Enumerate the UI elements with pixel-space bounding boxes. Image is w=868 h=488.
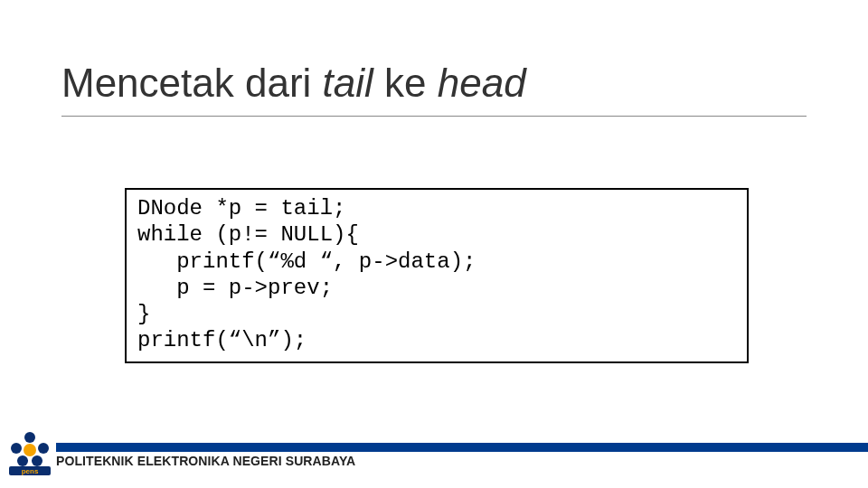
code-line-3: printf(“%d “, p->data); <box>137 249 476 274</box>
code-line-2: while (p!= NULL){ <box>137 222 359 247</box>
pens-logo-icon: pens <box>4 425 56 477</box>
title-italic-tail: tail <box>323 61 373 105</box>
svg-point-0 <box>24 432 35 443</box>
title-text-mid: ke <box>373 61 438 105</box>
svg-point-1 <box>11 443 22 454</box>
title-italic-head: head <box>438 61 526 105</box>
code-line-5: } <box>137 302 150 326</box>
title-text-pre: Mencetak dari <box>61 61 323 105</box>
code-line-1: DNode *p = tail; <box>137 196 345 221</box>
slide-title-block: Mencetak dari tail ke head <box>61 61 807 117</box>
svg-point-4 <box>32 455 42 466</box>
footer-institution: POLITEKNIK ELEKTRONIKA NEGERI SURABAYA <box>56 454 355 468</box>
svg-text:pens: pens <box>22 467 39 475</box>
code-line-4: p = p->prev; <box>137 276 333 300</box>
svg-point-3 <box>17 455 28 466</box>
footer-accent-bar <box>56 443 868 452</box>
code-line-6: printf(“\n”); <box>137 328 307 352</box>
svg-point-2 <box>38 443 49 454</box>
svg-point-5 <box>24 444 36 456</box>
title-underline <box>61 116 807 117</box>
slide-title: Mencetak dari tail ke head <box>61 61 807 110</box>
code-block: DNode *p = tail; while (p!= NULL){ print… <box>125 188 749 363</box>
